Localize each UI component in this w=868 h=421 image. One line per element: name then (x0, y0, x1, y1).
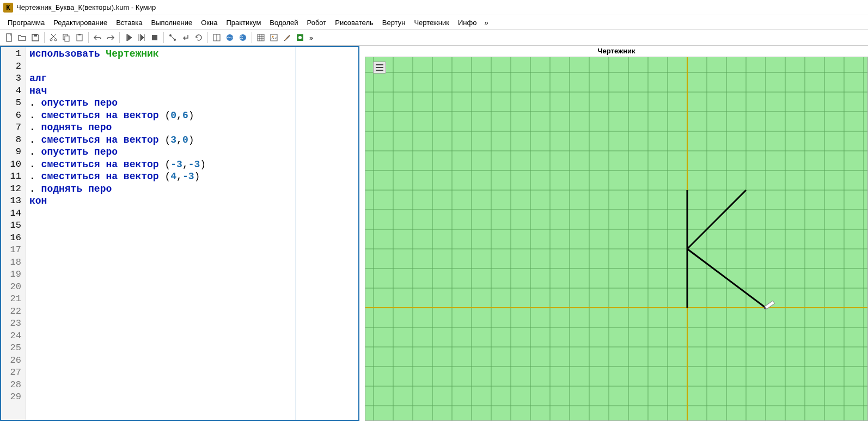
code-line[interactable]: кон (29, 195, 292, 208)
code-line[interactable]: . опустить перо (29, 146, 292, 158)
panel1-icon[interactable] (211, 32, 223, 44)
menu-2[interactable]: Вставка (112, 17, 146, 28)
menu-9[interactable]: Вертун (378, 17, 410, 28)
code-line[interactable]: . сместиться на вектор (4,-3) (29, 170, 292, 183)
line-number: 1 (1, 48, 26, 60)
menu-0[interactable]: Программа (3, 17, 49, 28)
visualizer-pane: Чертежник (365, 46, 868, 421)
svg-rect-5 (65, 36, 69, 41)
cut-icon[interactable] (47, 32, 59, 44)
line-number: 8 (1, 134, 26, 147)
menu-4[interactable]: Окна (197, 17, 222, 28)
svg-rect-7 (78, 34, 81, 35)
line-number: 15 (1, 219, 26, 232)
menu-6[interactable]: Водолей (265, 17, 302, 28)
code-line[interactable]: . сместиться на вектор (0,6) (29, 109, 292, 122)
menu-11[interactable]: Инфо (454, 17, 481, 28)
run-icon[interactable] (123, 32, 135, 44)
line-number: 9 (1, 146, 26, 158)
svg-rect-15 (258, 34, 264, 41)
menu-5[interactable]: Практикум (222, 17, 265, 28)
menu-more[interactable]: » (481, 17, 491, 28)
menu-1[interactable]: Редактирование (49, 17, 112, 28)
window-title: Чертежник_Буква_К(векторы).kum - Кумир (16, 3, 156, 11)
line-number: 29 (1, 391, 26, 404)
line-number: 11 (1, 170, 26, 183)
menubar: ПрограммаРедактированиеВставкаВыполнение… (0, 15, 868, 29)
return-icon[interactable] (180, 32, 192, 44)
visualizer-title: Чертежник (365, 46, 868, 57)
menu-7[interactable]: Робот (303, 17, 331, 28)
canvas-menu-icon[interactable] (373, 62, 386, 74)
editor-pane: 1234567891011121314151617181920212223242… (0, 46, 359, 421)
line-number: 16 (1, 232, 26, 245)
redo-icon[interactable] (105, 32, 117, 44)
line-number: 4 (1, 85, 26, 97)
copy-icon[interactable] (60, 32, 72, 44)
code-line[interactable]: . поднять перо (29, 121, 292, 134)
line-number: 24 (1, 330, 26, 343)
water-icon[interactable] (224, 32, 236, 44)
line-number: 18 (1, 257, 26, 269)
undo-icon[interactable] (91, 32, 103, 44)
picture-icon[interactable] (268, 32, 280, 44)
node-icon[interactable] (167, 32, 179, 44)
svg-point-23 (298, 36, 302, 39)
water2-icon[interactable] (237, 32, 249, 44)
line-number: 20 (1, 281, 26, 294)
code-line[interactable]: . сместиться на вектор (-3,-3) (29, 158, 292, 171)
code-line[interactable]: нач (29, 85, 292, 97)
line-number: 21 (1, 293, 26, 306)
line-number: 22 (1, 306, 26, 318)
paste-icon[interactable] (74, 32, 85, 44)
svg-rect-8 (152, 35, 157, 40)
svg-point-21 (272, 36, 274, 38)
line-number: 17 (1, 244, 26, 257)
app-icon: К (3, 3, 13, 13)
code-line[interactable]: . опустить перо (29, 97, 292, 109)
editor-side-column (296, 47, 358, 420)
line-number: 25 (1, 342, 26, 355)
main-area: 1234567891011121314151617181920212223242… (0, 46, 868, 421)
line-number: 13 (1, 195, 26, 208)
line-number: 6 (1, 109, 26, 122)
line-number: 5 (1, 97, 26, 109)
line-number: 28 (1, 379, 26, 392)
new-file-icon[interactable] (3, 32, 15, 44)
grid-icon[interactable] (255, 32, 267, 44)
open-file-icon[interactable] (16, 32, 28, 44)
line-number: 27 (1, 367, 26, 379)
menu-10[interactable]: Чертежник (409, 17, 454, 28)
code-line[interactable]: алг (29, 72, 292, 85)
line-number: 14 (1, 208, 26, 220)
code-line[interactable]: использовать Чертежник (29, 48, 292, 60)
svg-point-2 (50, 39, 52, 41)
titlebar: К Чертежник_Буква_К(векторы).kum - Кумир (0, 0, 868, 15)
toolbar: » (0, 29, 868, 46)
svg-rect-1 (34, 34, 37, 36)
menu-3[interactable]: Выполнение (146, 17, 197, 28)
drawing-canvas[interactable] (365, 57, 868, 421)
code-line[interactable] (29, 60, 292, 73)
toolbar-more[interactable]: » (307, 34, 315, 42)
code-line[interactable]: . сместиться на вектор (3,0) (29, 134, 292, 147)
refresh-icon[interactable] (193, 32, 205, 44)
stop-icon[interactable] (149, 32, 161, 44)
line-number: 10 (1, 158, 26, 171)
line-number: 26 (1, 355, 26, 367)
brush-icon[interactable] (281, 32, 293, 44)
line-number: 3 (1, 72, 26, 85)
line-number: 2 (1, 60, 26, 73)
menu-8[interactable]: Рисователь (331, 17, 377, 28)
line-number: 12 (1, 183, 26, 196)
step-icon[interactable] (136, 32, 148, 44)
code-line[interactable]: . поднять перо (29, 183, 292, 196)
turtle-icon[interactable] (294, 32, 306, 44)
line-number: 23 (1, 318, 26, 330)
save-file-icon[interactable] (29, 32, 41, 44)
line-gutter: 1234567891011121314151617181920212223242… (1, 47, 26, 420)
line-number: 19 (1, 269, 26, 281)
code-editor[interactable]: использовать Чертежник алгнач. опустить … (26, 47, 296, 420)
line-number: 7 (1, 121, 26, 134)
svg-point-14 (240, 34, 246, 41)
